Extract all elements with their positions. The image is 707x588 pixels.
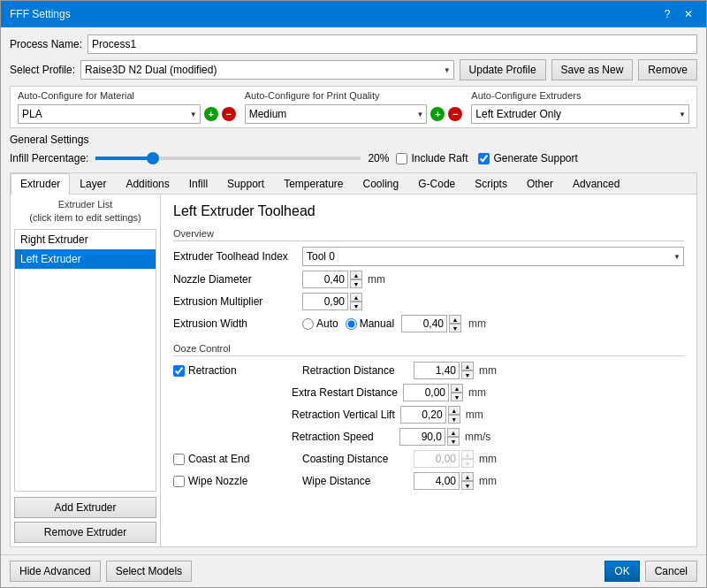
- auto-configure-material: Auto-Configure for Material PLA + −: [18, 90, 236, 124]
- quality-remove-button[interactable]: −: [448, 107, 462, 121]
- nozzle-diameter-input[interactable]: [302, 271, 348, 288]
- wipe-distance-up[interactable]: ▲: [461, 472, 474, 481]
- quality-select[interactable]: Medium: [245, 104, 428, 124]
- bottom-bar: Hide Advanced Select Models OK Cancel: [1, 554, 706, 587]
- extrusion-width-manual-radio[interactable]: [346, 318, 357, 330]
- retraction-lift-input-wrap: ▲ ▼: [400, 406, 460, 424]
- retraction-checkbox-label[interactable]: Retraction: [173, 364, 297, 377]
- infill-options: Include Raft Generate Support: [396, 152, 577, 164]
- nozzle-diameter-down[interactable]: ▼: [350, 279, 362, 288]
- cancel-button[interactable]: Cancel: [645, 561, 697, 582]
- extra-restart-unit: mm: [468, 386, 486, 399]
- process-name-row: Process Name:: [10, 34, 697, 54]
- retraction-speed-down[interactable]: ▼: [447, 437, 460, 446]
- help-button[interactable]: ?: [658, 5, 676, 23]
- coasting-distance-unit: mm: [479, 453, 497, 465]
- retraction-row: Retraction Retraction Distance ▲ ▼ mm: [173, 362, 684, 379]
- tab-support[interactable]: Support: [217, 173, 274, 194]
- toolhead-index-label: Extruder Toolhead Index: [173, 250, 297, 263]
- retraction-speed-input[interactable]: [399, 428, 445, 446]
- retraction-distance-spinners: ▲ ▼: [461, 362, 474, 379]
- close-button[interactable]: ✕: [680, 5, 697, 23]
- hide-advanced-button[interactable]: Hide Advanced: [10, 561, 101, 582]
- remove-button[interactable]: Remove: [638, 59, 697, 80]
- select-models-button[interactable]: Select Models: [106, 561, 192, 582]
- material-select[interactable]: PLA: [18, 104, 201, 124]
- extra-restart-input-wrap: ▲ ▼: [403, 384, 463, 401]
- retraction-distance-input[interactable]: [414, 362, 460, 379]
- tab-bar: Extruder Layer Additions Infill Support …: [11, 173, 696, 195]
- extra-restart-up[interactable]: ▲: [451, 384, 463, 393]
- extruder-item-right[interactable]: Right Extruder: [15, 230, 156, 249]
- nozzle-diameter-up[interactable]: ▲: [350, 271, 362, 279]
- extruder-item-left[interactable]: Left Extruder: [15, 249, 156, 269]
- wipe-distance-down[interactable]: ▼: [461, 481, 474, 490]
- generate-support-label[interactable]: Generate Support: [478, 152, 577, 164]
- extrusion-width-down[interactable]: ▼: [449, 324, 461, 332]
- auto-configure-quality: Auto-Configure for Print Quality Medium …: [245, 90, 463, 124]
- tab-scripts[interactable]: Scripts: [465, 173, 517, 194]
- profile-select[interactable]: Raise3D N2 Dual (modified): [80, 60, 454, 80]
- save-as-new-button[interactable]: Save as New: [551, 59, 634, 80]
- ok-button[interactable]: OK: [604, 561, 639, 582]
- remove-extruder-button[interactable]: Remove Extruder: [14, 522, 156, 543]
- coast-at-end-row: Coast at End Coasting Distance ▲ ▼ mm: [173, 450, 684, 468]
- extrusion-width-auto-label[interactable]: Auto: [302, 317, 338, 330]
- retraction-speed-up[interactable]: ▲: [447, 428, 460, 437]
- material-label: Auto-Configure for Material: [18, 90, 236, 101]
- extrusion-width-up[interactable]: ▲: [449, 315, 461, 324]
- retraction-distance-down[interactable]: ▼: [461, 370, 474, 379]
- extrusion-multiplier-up[interactable]: ▲: [350, 293, 362, 302]
- wipe-nozzle-checkbox-label[interactable]: Wipe Nozzle: [173, 475, 297, 487]
- wipe-nozzle-row: Wipe Nozzle Wipe Distance ▲ ▼ mm: [173, 472, 684, 490]
- extruders-select[interactable]: Left Extruder Only: [471, 104, 689, 124]
- extrusion-width-manual-label[interactable]: Manual: [346, 317, 394, 330]
- material-remove-button[interactable]: −: [222, 107, 236, 121]
- quality-add-button[interactable]: +: [430, 107, 445, 121]
- infill-percent-display: 20%: [368, 152, 389, 164]
- infill-slider[interactable]: [95, 157, 361, 160]
- tab-temperature[interactable]: Temperature: [274, 173, 353, 194]
- extrusion-multiplier-down[interactable]: ▼: [350, 302, 362, 310]
- extrusion-width-input-wrap: ▲ ▼: [401, 315, 461, 332]
- coasting-distance-up: ▲: [461, 450, 474, 459]
- tab-gcode[interactable]: G-Code: [408, 173, 465, 194]
- extruder-list-title: Extruder List (click item to edit settin…: [14, 198, 156, 225]
- wipe-distance-input[interactable]: [414, 472, 460, 490]
- tab-advanced[interactable]: Advanced: [563, 173, 629, 194]
- tab-layer[interactable]: Layer: [70, 173, 116, 194]
- extrusion-multiplier-input[interactable]: [302, 293, 348, 310]
- tab-other[interactable]: Other: [517, 173, 563, 194]
- include-raft-label[interactable]: Include Raft: [396, 152, 468, 164]
- fff-settings-window: FFF Settings ? ✕ Process Name: Select Pr…: [0, 0, 707, 588]
- material-add-button[interactable]: +: [204, 107, 218, 121]
- generate-support-checkbox[interactable]: [478, 153, 490, 164]
- retraction-distance-up[interactable]: ▲: [461, 362, 474, 370]
- extrusion-width-auto-radio[interactable]: [302, 318, 314, 330]
- wipe-nozzle-checkbox[interactable]: [173, 476, 185, 487]
- extra-restart-input[interactable]: [403, 384, 449, 401]
- add-extruder-button[interactable]: Add Extruder: [14, 497, 156, 518]
- retraction-lift-up[interactable]: ▲: [448, 406, 460, 415]
- extrusion-width-spinners: ▲ ▼: [449, 315, 461, 332]
- extra-restart-down[interactable]: ▼: [451, 393, 463, 401]
- toolhead-index-select[interactable]: Tool 0: [302, 247, 684, 266]
- extrusion-width-input[interactable]: [401, 315, 447, 332]
- tab-cooling[interactable]: Cooling: [354, 173, 409, 194]
- include-raft-checkbox[interactable]: [396, 153, 407, 164]
- tab-infill[interactable]: Infill: [179, 173, 217, 194]
- retraction-lift-input[interactable]: [400, 406, 446, 424]
- material-row: PLA + −: [18, 104, 236, 124]
- update-profile-button[interactable]: Update Profile: [460, 59, 546, 80]
- coast-at-end-checkbox-label[interactable]: Coast at End: [173, 453, 297, 465]
- auto-configure-section: Auto-Configure for Material PLA + − Auto…: [10, 86, 697, 128]
- tab-extruder[interactable]: Extruder: [11, 173, 70, 195]
- retraction-lift-down[interactable]: ▼: [448, 415, 460, 424]
- bottom-left: Hide Advanced Select Models: [10, 561, 192, 582]
- coast-at-end-checkbox[interactable]: [173, 454, 185, 465]
- tab-additions[interactable]: Additions: [116, 173, 179, 194]
- retraction-distance-input-wrap: ▲ ▼: [414, 362, 474, 379]
- retraction-checkbox[interactable]: [173, 365, 185, 377]
- process-name-input[interactable]: [87, 34, 697, 54]
- profile-select-wrap: Raise3D N2 Dual (modified): [80, 60, 454, 80]
